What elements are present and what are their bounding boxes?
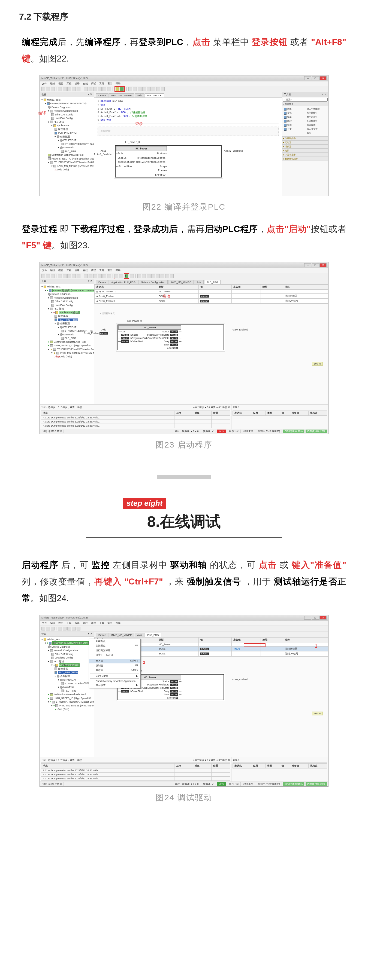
tree-item[interactable]: ▾ ETHERCAT bbox=[41, 326, 93, 329]
ctx-new-bp[interactable]: 新建断点 bbox=[89, 639, 141, 644]
toolbar-icon[interactable] bbox=[58, 274, 62, 278]
tree-item[interactable]: 库管理器 bbox=[41, 128, 93, 132]
ctx-run-to-cursor[interactable]: 运行到光标处 bbox=[89, 648, 141, 653]
menu-help[interactable]: 帮助 bbox=[115, 269, 120, 272]
tree-item[interactable]: PLC_PRG (PRG) bbox=[41, 318, 93, 322]
zoom-readout[interactable]: 100 % bbox=[312, 362, 323, 366]
menu-edit[interactable]: 编辑 bbox=[50, 269, 55, 272]
tree-item[interactable]: Device Diagnosis bbox=[41, 645, 93, 649]
toolbar-icon[interactable] bbox=[107, 87, 111, 91]
table-row[interactable]: ◈ Axis0_EnabledBOOLFALSE使能OK信号 bbox=[94, 299, 328, 304]
ctx-force-value[interactable]: 强制值F7 bbox=[89, 663, 141, 668]
toolbar-icon[interactable] bbox=[160, 274, 164, 278]
tab[interactable]: INVC_MS_MINI3E bbox=[109, 633, 134, 637]
tree-item[interactable]: ● HIGH_SPEED_IO (High Speed IO bbox=[41, 344, 93, 348]
tree-device[interactable]: ▾ ● Device [连接的] (AM600-CPU1608TP/TN) bbox=[41, 289, 93, 293]
toolbar-icon[interactable] bbox=[102, 87, 106, 91]
toolbar-icon[interactable] bbox=[156, 87, 160, 91]
menu-tools[interactable]: 工具 bbox=[99, 269, 104, 272]
toolbox-group[interactable]: ▸ 字符串指令 bbox=[282, 153, 328, 157]
tree-item[interactable]: ▾ 任务配置 bbox=[41, 322, 93, 326]
toolbar-icon[interactable] bbox=[67, 274, 71, 278]
menu-compile[interactable]: 编译 bbox=[75, 622, 80, 625]
menu-online[interactable]: 在线 bbox=[83, 82, 88, 86]
tree-item[interactable]: ▾ Application bbox=[41, 124, 93, 128]
ctx-core-dump[interactable]: Core Dump▶ bbox=[89, 674, 141, 678]
toolbox-item[interactable]: 网络 bbox=[283, 107, 304, 111]
toolbar-icon[interactable] bbox=[98, 274, 102, 278]
compile-button[interactable] bbox=[115, 87, 119, 91]
toolbar-icon[interactable] bbox=[84, 87, 88, 91]
close-button[interactable]: ✕ bbox=[320, 76, 326, 80]
toolbar-icon[interactable] bbox=[42, 274, 45, 278]
toolbar-icon[interactable] bbox=[130, 274, 134, 278]
toolbox-group[interactable]: ▸ 位逻辑指令 bbox=[282, 136, 328, 140]
tree-project[interactable]: ▾ Mini3E_Test bbox=[41, 98, 93, 102]
menu-view[interactable]: 视图 bbox=[58, 269, 63, 272]
toolbox-item[interactable]: 执行 bbox=[306, 131, 327, 135]
login-button[interactable] bbox=[120, 87, 124, 91]
toolbar-icon[interactable] bbox=[115, 274, 118, 278]
toolbox-group[interactable]: ▸ 数据转化指令 bbox=[282, 157, 328, 161]
menu-project[interactable]: 工程 bbox=[67, 622, 71, 625]
code-editor[interactable]: 1 PROGRAM PLC_PRG 2 VAR 3 EC_Power_0: MC… bbox=[94, 98, 282, 196]
menu-window[interactable]: 窗口 bbox=[107, 622, 112, 625]
toolbar-icon[interactable] bbox=[46, 627, 50, 630]
toolbar-icon[interactable] bbox=[72, 274, 76, 278]
tab[interactable]: PLC_PRG bbox=[145, 633, 162, 637]
toolbox-group[interactable]: ▸ 计数器 bbox=[282, 145, 328, 149]
toolbar-icon[interactable] bbox=[89, 87, 93, 91]
tree-item[interactable]: ▾ INVC_MS_MINI3E (INVC-MS-MINI3E) bbox=[41, 164, 93, 168]
tree-item[interactable]: ▾ ETHERCAT (EtherCAT Master SoftMotion) bbox=[41, 161, 93, 164]
menu-project[interactable]: 工程 bbox=[67, 82, 71, 86]
tree-item[interactable]: ▲ Axis (Axis) bbox=[41, 708, 93, 711]
toolbar-icon[interactable] bbox=[77, 274, 80, 278]
ctx-write-value[interactable]: 写入值Ctrl+F7 bbox=[89, 659, 141, 663]
table-row[interactable]: ⊞ ◈ EC_Power_0MC_Power bbox=[94, 290, 328, 294]
tree-item[interactable]: ▾ PLC 逻辑 bbox=[41, 307, 93, 311]
tree-item[interactable]: ▾ ● Application [运行] bbox=[41, 663, 93, 667]
zoom-readout[interactable]: 100 % bbox=[312, 711, 323, 715]
toolbar-icon[interactable] bbox=[46, 274, 50, 278]
tree-item[interactable]: ▾ Network Configuration bbox=[41, 109, 93, 113]
toolbar-icon[interactable] bbox=[46, 87, 50, 91]
tree-item[interactable]: ▾ ▲ INVC_MS_MINI3E (INVC-MS-MINI bbox=[41, 351, 93, 355]
toolbox-item[interactable]: 变体 bbox=[283, 111, 304, 115]
toolbox-item[interactable]: 分支 bbox=[283, 127, 304, 132]
toolbox-group[interactable]: ▸ 比较 bbox=[282, 149, 328, 153]
toolbox-item[interactable]: 输入空功能块 bbox=[306, 107, 327, 111]
toolbar-icon[interactable] bbox=[63, 87, 67, 91]
tree-item[interactable]: PLC_PRG bbox=[41, 150, 93, 154]
tree-device[interactable]: ▾ ● Device [连接的] (AM600-CPU1608TP/TN) bbox=[41, 641, 93, 645]
menu-online[interactable]: 在线 bbox=[83, 269, 88, 272]
menu-edit[interactable]: 编辑 bbox=[50, 82, 55, 86]
toolbar-icon[interactable] bbox=[142, 274, 146, 278]
watch-table[interactable]: 表达式类型 值准备值 地址注释 ⊞ ◈ EC_Power_0MC_Power ◈… bbox=[94, 285, 328, 304]
toolbox-item[interactable]: 数学运算符 bbox=[306, 115, 327, 119]
tree-item[interactable]: ▾ ETHERCAT bbox=[41, 678, 93, 682]
menu-debug[interactable]: 调试 bbox=[91, 269, 96, 272]
toolbar-icon[interactable] bbox=[51, 274, 54, 278]
toolbar-icon[interactable] bbox=[58, 87, 62, 91]
toolbar-icon[interactable] bbox=[63, 627, 67, 630]
toolbar-icon[interactable] bbox=[67, 87, 71, 91]
menu-compile[interactable]: 编译 bbox=[75, 82, 80, 86]
tree-item[interactable]: ETHERCAT.EtherCAT_Task bbox=[41, 142, 93, 146]
tree-item[interactable]: ▾ Network Configuration bbox=[41, 649, 93, 652]
menu-file[interactable]: 文件 bbox=[42, 82, 47, 86]
toolbox-item[interactable]: 插入分支下 bbox=[306, 127, 327, 132]
toolbar-icon[interactable] bbox=[151, 274, 155, 278]
toolbar-icon[interactable] bbox=[147, 87, 151, 91]
tree-item[interactable]: ▾ 任务配置 bbox=[41, 135, 93, 139]
toolbar-icon[interactable] bbox=[170, 274, 174, 278]
tree-project[interactable]: ▾ Mini3E_Test bbox=[41, 638, 93, 642]
toolbar-icon[interactable] bbox=[98, 87, 102, 91]
toolbar-icon[interactable] bbox=[77, 627, 80, 630]
message-row[interactable]: A Core Dump created on the 2021/1/12 18:… bbox=[41, 776, 230, 780]
tree-item[interactable]: LocalBus Config bbox=[41, 116, 93, 120]
menu-view[interactable]: 视图 bbox=[58, 82, 63, 86]
tab[interactable]: Network Configuration bbox=[139, 280, 168, 284]
tab[interactable]: Device bbox=[96, 633, 109, 637]
tree-item[interactable]: ● HIGH_SPEED_IO (High Speed IO bbox=[41, 697, 93, 700]
tab-device[interactable]: Device bbox=[96, 93, 109, 97]
